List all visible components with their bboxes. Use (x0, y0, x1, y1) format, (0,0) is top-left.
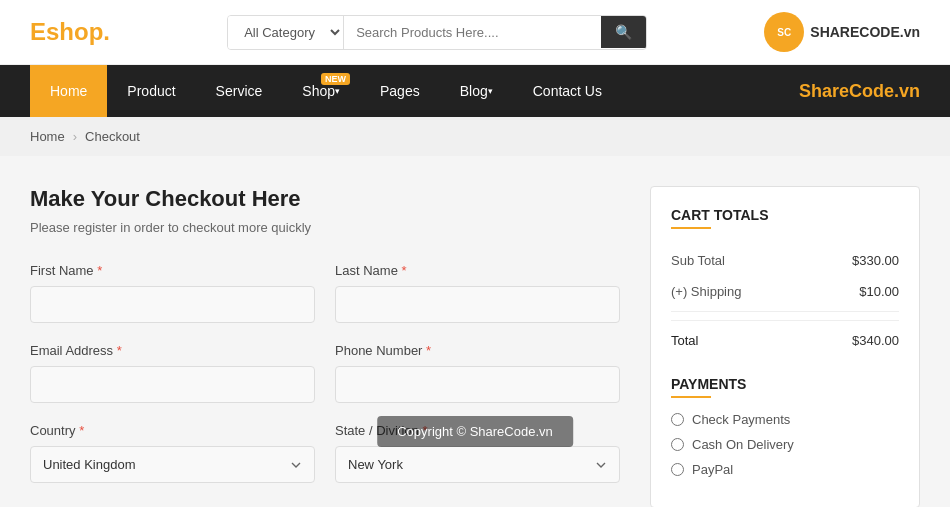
total-row: Total $340.00 (671, 320, 899, 356)
nav-label-service: Service (216, 83, 263, 99)
nav-brand: ShareCode.vn (799, 65, 920, 117)
nav-item-home[interactable]: Home (30, 65, 107, 117)
breadcrumb-separator: › (73, 129, 77, 144)
phone-group: Phone Number * (335, 343, 620, 403)
paypal-label: PayPal (692, 462, 733, 477)
cart-divider (671, 311, 899, 312)
subtotal-value: $330.00 (852, 253, 899, 268)
email-label: Email Address * (30, 343, 315, 358)
cod-label: Cash On Delivery (692, 437, 794, 452)
nav-item-service[interactable]: Service (196, 65, 283, 117)
nav-label-pages: Pages (380, 83, 420, 99)
first-name-group: First Name * (30, 263, 315, 323)
sharecode-text: SHARECODE.vn (810, 24, 920, 40)
cod-radio[interactable] (671, 438, 684, 451)
country-group: Country * United Kingdom United States G… (30, 423, 315, 483)
phone-input[interactable] (335, 366, 620, 403)
sharecode-icon: SC (764, 12, 804, 52)
contact-row: Email Address * Phone Number * (30, 343, 620, 403)
nav-label-product: Product (127, 83, 175, 99)
checkout-subtitle: Please register in order to checkout mor… (30, 220, 620, 235)
category-select[interactable]: All Category (228, 16, 344, 49)
required-marker-2: * (402, 263, 407, 278)
search-input[interactable] (344, 17, 601, 48)
check-payments-label: Check Payments (692, 412, 790, 427)
phone-label: Phone Number * (335, 343, 620, 358)
search-button[interactable]: 🔍 (601, 16, 646, 48)
nav-item-product[interactable]: Product (107, 65, 195, 117)
cart-sidebar: CART TOTALS Sub Total $330.00 (+) Shippi… (650, 186, 920, 507)
new-badge: NEW (321, 73, 350, 85)
check-payments-radio[interactable] (671, 413, 684, 426)
cart-title-underline (671, 227, 711, 229)
search-icon: 🔍 (615, 24, 632, 40)
breadcrumb-current: Checkout (85, 129, 140, 144)
required-marker-5: * (79, 423, 84, 438)
logo-text: Eshop (30, 18, 103, 45)
subtotal-label: Sub Total (671, 253, 725, 268)
last-name-label: Last Name * (335, 263, 620, 278)
required-marker-4: * (426, 343, 431, 358)
country-select[interactable]: United Kingdom United States Germany Fra… (30, 446, 315, 483)
required-marker-6: * (422, 423, 427, 438)
nav-label-shop: Shop (302, 83, 335, 99)
subtotal-row: Sub Total $330.00 (671, 245, 899, 276)
header: Eshop. All Category 🔍 SC SHARECODE.vn (0, 0, 950, 65)
nav-item-contact[interactable]: Contact Us (513, 65, 622, 117)
required-marker: * (97, 263, 102, 278)
paypal-radio[interactable] (671, 463, 684, 476)
shipping-value: $10.00 (859, 284, 899, 299)
required-marker-3: * (117, 343, 122, 358)
last-name-group: Last Name * (335, 263, 620, 323)
email-group: Email Address * (30, 343, 315, 403)
nav-label-blog: Blog (460, 83, 488, 99)
nav-item-pages[interactable]: Pages (360, 65, 440, 117)
payment-option-check[interactable]: Check Payments (671, 412, 899, 427)
sharecode-brand: SC SHARECODE.vn (764, 12, 920, 52)
country-label: Country * (30, 423, 315, 438)
email-input[interactable] (30, 366, 315, 403)
logo: Eshop. (30, 18, 110, 46)
nav-item-blog[interactable]: Blog ▾ (440, 65, 513, 117)
total-label: Total (671, 333, 698, 348)
first-name-input[interactable] (30, 286, 315, 323)
nav-label-contact: Contact Us (533, 83, 602, 99)
shipping-label: (+) Shipping (671, 284, 741, 299)
nav-brand-text: ShareCode.vn (799, 81, 920, 102)
total-value: $340.00 (852, 333, 899, 348)
blog-chevron-icon: ▾ (488, 86, 493, 96)
state-select[interactable]: New York California Texas (335, 446, 620, 483)
navbar: Home Product Service Shop ▾ NEW Pages Bl… (0, 65, 950, 117)
main-content: Make Your Checkout Here Please register … (0, 156, 950, 507)
payments-title: PAYMENTS (671, 376, 899, 392)
cart-totals-title: CART TOTALS (671, 207, 899, 223)
payment-option-cod[interactable]: Cash On Delivery (671, 437, 899, 452)
breadcrumb: Home › Checkout (0, 117, 950, 156)
checkout-form: Make Your Checkout Here Please register … (30, 186, 620, 503)
payments-underline (671, 396, 711, 398)
breadcrumb-home[interactable]: Home (30, 129, 65, 144)
last-name-input[interactable] (335, 286, 620, 323)
name-row: First Name * Last Name * (30, 263, 620, 323)
location-row: Country * United Kingdom United States G… (30, 423, 620, 483)
logo-dot: . (103, 18, 110, 45)
payment-option-paypal[interactable]: PayPal (671, 462, 899, 477)
first-name-label: First Name * (30, 263, 315, 278)
chevron-down-icon: ▾ (335, 86, 340, 96)
search-bar: All Category 🔍 (227, 15, 647, 50)
shipping-row: (+) Shipping $10.00 (671, 276, 899, 307)
state-group: State / Divition * New York California T… (335, 423, 620, 483)
state-label: State / Divition * (335, 423, 620, 438)
nav-item-shop[interactable]: Shop ▾ NEW (282, 65, 360, 117)
nav-label-home: Home (50, 83, 87, 99)
checkout-title: Make Your Checkout Here (30, 186, 620, 212)
